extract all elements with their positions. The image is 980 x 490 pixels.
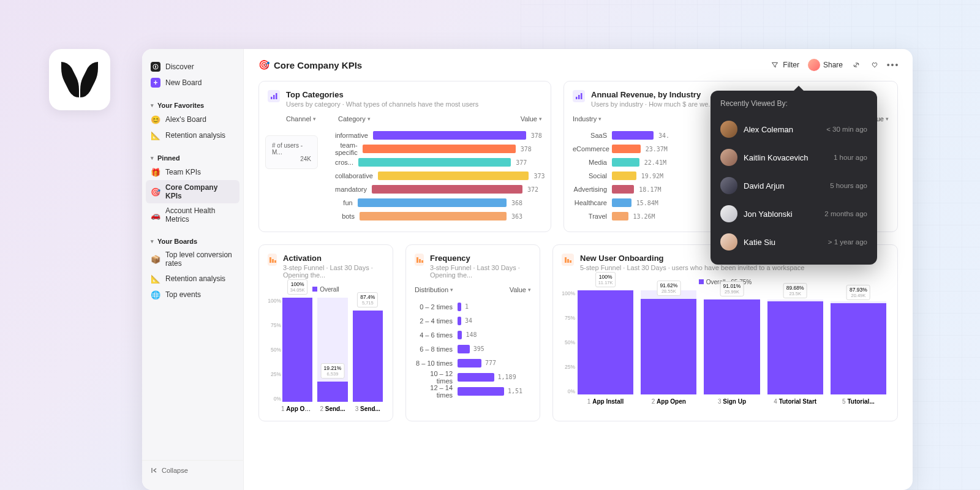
card-title: Activation xyxy=(283,254,384,263)
bar xyxy=(363,145,516,153)
bar xyxy=(612,198,631,207)
sidebar-item[interactable]: 🎯Core Company KPIs xyxy=(146,180,239,203)
sidebar-item[interactable]: 📐Retention analysis xyxy=(142,127,243,143)
freq-value: 34 xyxy=(461,317,472,324)
bar-label: Healthcare xyxy=(573,199,612,206)
avatar xyxy=(720,177,737,194)
title-emoji: 🎯 xyxy=(258,59,270,70)
bar-label: SaaS xyxy=(573,132,612,139)
funnel-icon xyxy=(562,254,574,266)
sidebar-item[interactable]: 🎁Team KPIs xyxy=(142,164,243,180)
card-subtitle: Users by industry · How much $ are we... xyxy=(591,100,714,108)
freq-label: 2 – 4 times xyxy=(415,317,458,325)
viewer-name: Alex Coleman xyxy=(744,125,793,134)
link-icon[interactable] xyxy=(851,60,861,70)
viewer-row[interactable]: Kaitlin Kovacevich1 hour ago xyxy=(720,143,867,172)
col-category[interactable]: Category ▾ xyxy=(338,115,399,123)
bar xyxy=(612,158,639,167)
bar-value: 368 xyxy=(511,200,542,206)
sidebar-discover[interactable]: Discover xyxy=(142,59,243,75)
bar xyxy=(373,131,526,140)
sidebar-item-label: Retention analysis xyxy=(165,274,225,283)
col-value[interactable]: Value ▾ xyxy=(510,286,531,293)
card-title: Top Categories xyxy=(286,90,478,99)
sidebar-item-label: Team KPIs xyxy=(165,168,201,176)
compass-icon xyxy=(151,62,160,72)
col-industry[interactable]: Industry ▾ xyxy=(573,115,616,123)
bar-value: 378 xyxy=(521,146,551,153)
freq-bar xyxy=(458,387,504,396)
bar-value: 19.92M xyxy=(641,173,672,179)
bar-value: 372 xyxy=(527,186,558,193)
svg-rect-6 xyxy=(581,93,582,99)
sidebar-item[interactable]: 📦Top level conversion rates xyxy=(142,247,243,271)
svg-rect-10 xyxy=(417,257,418,263)
bar-label: fun xyxy=(335,199,358,206)
viewer-row[interactable]: David Arjun5 hours ago xyxy=(720,172,867,200)
bar xyxy=(360,212,507,221)
funnel-bar: 91.62%28.55K xyxy=(641,299,696,394)
new-board-label: New Board xyxy=(165,78,202,87)
sidebar-item[interactable]: 🚗Account Health Metrics xyxy=(142,203,243,227)
plus-icon: + xyxy=(151,78,160,88)
funnel-xlabel: 5 Tutorial... xyxy=(828,398,889,405)
svg-rect-4 xyxy=(576,97,578,99)
funnel-bar: 100%34.05K xyxy=(282,298,312,402)
viewer-row[interactable]: Katie Siu> 1 year ago xyxy=(720,228,867,256)
viewer-name: Jon Yablonski xyxy=(744,209,793,219)
bar-value: 378 xyxy=(531,132,562,139)
bar xyxy=(372,185,522,194)
main-content: 🎯 Core Company KPIs Filter Share ••• xyxy=(244,49,913,490)
sidebar-item[interactable]: 📐Retention analysis xyxy=(142,271,243,287)
svg-rect-15 xyxy=(570,260,571,263)
filter-button[interactable]: Filter xyxy=(770,60,799,70)
bar-label: Advertising xyxy=(573,186,612,193)
funnel-badge: 87.93%20.49K xyxy=(846,285,870,300)
emoji-icon: 📐 xyxy=(151,274,160,284)
heart-icon[interactable] xyxy=(870,60,880,70)
viewer-row[interactable]: Jon Yablonski2 months ago xyxy=(720,200,867,228)
freq-value: 1 xyxy=(461,303,469,310)
svg-rect-13 xyxy=(565,257,567,263)
col-value[interactable]: Value ▾ xyxy=(521,115,542,123)
svg-rect-14 xyxy=(567,259,569,263)
more-icon[interactable]: ••• xyxy=(888,60,898,70)
funnel-bar: 87.93%20.49K xyxy=(831,303,886,394)
avatar xyxy=(720,149,737,166)
card-subtitle: Users by category · What types of channe… xyxy=(286,100,478,108)
viewer-time: 1 hour ago xyxy=(834,154,867,161)
col-distribution[interactable]: Distribution ▾ xyxy=(415,286,453,293)
funnel-bar: 100%11.17K xyxy=(578,290,633,394)
freq-value: 1,51 xyxy=(504,388,522,394)
collapse-button[interactable]: Collapse xyxy=(142,460,243,480)
bar-value: 13.26M xyxy=(633,213,664,220)
viewer-time: > 1 year ago xyxy=(828,238,867,246)
funnel-bar: 19.21%6,539 xyxy=(317,382,347,402)
funnel-badge: 91.62%28.55K xyxy=(657,281,680,296)
col-channel[interactable]: Channel ▾ xyxy=(286,115,338,123)
favorites-section[interactable]: ▾Your Favorites xyxy=(142,97,243,111)
viewer-row[interactable]: Alex Coleman< 30 min ago xyxy=(720,115,867,143)
sidebar-item[interactable]: 🌐Top events xyxy=(142,287,243,303)
bar-value: 18.17M xyxy=(639,186,669,193)
onboarding-card: New User Onboarding 5-step Funnel · Last… xyxy=(552,244,898,421)
sidebar-item[interactable]: 😊Alex's Board xyxy=(142,111,243,127)
bar-label: informative xyxy=(335,132,373,139)
bar xyxy=(358,158,511,167)
avatar xyxy=(720,233,737,251)
logo-card xyxy=(49,49,110,110)
bar-value: 22.41M xyxy=(644,159,675,166)
boards-section[interactable]: ▾Your Boards xyxy=(142,233,243,247)
freq-value: 395 xyxy=(470,345,484,352)
recently-viewed-popover: Recently Viewed By: Alex Coleman< 30 min… xyxy=(710,91,877,265)
share-button[interactable]: Share xyxy=(808,59,843,71)
sidebar-new-board[interactable]: + New Board xyxy=(142,75,243,91)
viewer-name: Katie Siu xyxy=(744,238,775,247)
bar xyxy=(358,198,507,207)
freq-label: 10 – 12 times xyxy=(415,370,458,385)
bar xyxy=(378,172,529,180)
pinned-section[interactable]: ▾Pinned xyxy=(142,149,243,164)
sidebar: Discover + New Board ▾Your Favorites 😊Al… xyxy=(142,49,244,490)
funnel-xlabel: 1 App Install xyxy=(575,398,636,405)
funnel-xlabel: 2 Send... xyxy=(316,405,349,412)
